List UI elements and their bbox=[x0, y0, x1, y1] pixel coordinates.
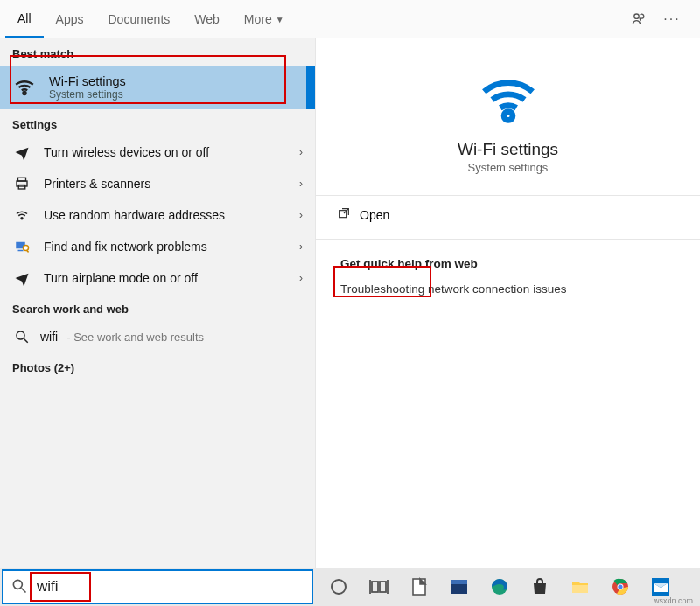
tab-documents[interactable]: Documents bbox=[95, 0, 182, 38]
setting-random-mac[interactable]: Use random hardware addresses › bbox=[0, 199, 315, 231]
app-explorer-icon[interactable] bbox=[560, 568, 600, 606]
svg-rect-4 bbox=[18, 185, 25, 190]
chevron-right-icon: › bbox=[299, 209, 303, 221]
setting-label: Use random hardware addresses bbox=[44, 208, 287, 222]
wifi-icon bbox=[473, 65, 543, 135]
svg-point-8 bbox=[24, 246, 29, 251]
setting-wireless-toggle[interactable]: Turn wireless devices on or off › bbox=[0, 136, 315, 168]
chevron-down-icon: ▼ bbox=[276, 15, 284, 24]
open-button[interactable]: Open bbox=[316, 196, 700, 233]
setting-label: Turn airplane mode on or off bbox=[44, 271, 287, 285]
svg-rect-7 bbox=[18, 250, 24, 252]
svg-rect-23 bbox=[452, 580, 467, 584]
svg-line-15 bbox=[22, 588, 26, 592]
tab-all[interactable]: All bbox=[5, 0, 44, 38]
tab-web[interactable]: Web bbox=[182, 0, 232, 38]
setting-label: Printers & scanners bbox=[44, 177, 287, 191]
preview-title: Wi-Fi settings bbox=[458, 140, 558, 159]
svg-rect-21 bbox=[413, 579, 425, 595]
cortana-icon[interactable] bbox=[318, 568, 359, 606]
svg-point-5 bbox=[21, 218, 23, 219]
setting-label: Find and fix network problems bbox=[44, 240, 287, 254]
svg-rect-25 bbox=[572, 585, 588, 593]
app-edge-icon[interactable] bbox=[480, 568, 520, 606]
svg-point-10 bbox=[17, 331, 24, 339]
preview-panel: Wi-Fi settings System settings Open Get … bbox=[315, 38, 700, 568]
setting-airplane-mode[interactable]: Turn airplane mode on or off › bbox=[0, 262, 315, 294]
svg-point-16 bbox=[332, 580, 346, 594]
chevron-right-icon: › bbox=[299, 146, 303, 158]
section-settings: Settings bbox=[0, 109, 315, 136]
setting-label: Turn wireless devices on or off bbox=[44, 145, 287, 159]
app-files-icon[interactable] bbox=[439, 568, 480, 606]
troubleshoot-icon bbox=[12, 239, 32, 254]
svg-point-14 bbox=[13, 580, 22, 589]
web-query: wifi bbox=[40, 330, 58, 344]
annotation-highlight bbox=[10, 55, 286, 104]
annotation-highlight bbox=[333, 266, 431, 297]
svg-rect-18 bbox=[380, 582, 386, 592]
selection-accent bbox=[306, 66, 315, 109]
web-hint: - See work and web results bbox=[66, 331, 204, 344]
wifi-icon bbox=[12, 207, 32, 223]
search-icon bbox=[10, 577, 28, 597]
airplane-icon bbox=[12, 270, 32, 286]
app-store-icon[interactable] bbox=[520, 568, 560, 606]
svg-rect-17 bbox=[372, 582, 378, 592]
feedback-icon[interactable] bbox=[626, 7, 651, 31]
open-label: Open bbox=[360, 208, 389, 222]
open-icon bbox=[337, 206, 351, 223]
chevron-right-icon: › bbox=[299, 178, 303, 190]
svg-point-0 bbox=[634, 14, 639, 18]
search-filter-tabs: All Apps Documents Web More ▼ ··· bbox=[0, 0, 700, 38]
chevron-right-icon: › bbox=[299, 240, 303, 253]
svg-point-12 bbox=[504, 112, 513, 121]
setting-troubleshoot-network[interactable]: Find and fix network problems › bbox=[0, 231, 315, 262]
section-search-web: Search work and web bbox=[0, 294, 315, 321]
airplane-icon bbox=[12, 144, 32, 160]
tab-more[interactable]: More ▼ bbox=[232, 0, 297, 38]
results-panel: Best match Wi-Fi settings System setting… bbox=[0, 38, 315, 568]
svg-point-28 bbox=[618, 584, 622, 589]
printer-icon bbox=[12, 176, 32, 192]
tab-more-label: More bbox=[244, 12, 272, 26]
app-libreoffice-icon[interactable] bbox=[399, 568, 439, 606]
task-view-icon[interactable] bbox=[359, 568, 399, 606]
section-photos[interactable]: Photos (2+) bbox=[0, 352, 315, 380]
setting-printers[interactable]: Printers & scanners › bbox=[0, 168, 315, 199]
app-chrome-icon[interactable] bbox=[600, 568, 640, 606]
taskbar bbox=[0, 568, 700, 606]
tab-apps[interactable]: Apps bbox=[44, 0, 96, 38]
search-icon bbox=[12, 329, 32, 345]
preview-subtitle: System settings bbox=[468, 161, 549, 174]
chevron-right-icon: › bbox=[299, 272, 303, 284]
web-search-row[interactable]: wifi - See work and web results bbox=[0, 321, 315, 352]
watermark: wsxdn.com bbox=[652, 596, 695, 606]
annotation-highlight bbox=[30, 572, 91, 602]
more-options-icon[interactable]: ··· bbox=[660, 7, 684, 31]
svg-line-11 bbox=[24, 338, 28, 343]
